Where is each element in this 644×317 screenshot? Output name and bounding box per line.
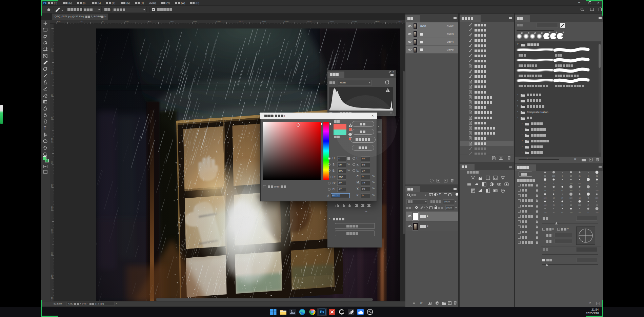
svg-text:200: 200 (80, 20, 83, 22)
svg-text:100: 100 (578, 204, 581, 206)
svg-text:13: 13 (579, 197, 581, 199)
svg-text:200: 200 (569, 182, 572, 184)
svg-text:35: 35 (553, 204, 555, 206)
svg-text:2200: 2200 (51, 274, 53, 279)
svg-text:200: 200 (596, 212, 599, 214)
svg-text:13: 13 (544, 190, 546, 192)
svg-text:1200: 1200 (239, 20, 243, 22)
svg-text:600: 600 (51, 94, 53, 97)
svg-text:35: 35 (570, 204, 572, 206)
svg-text:100: 100 (569, 212, 572, 214)
svg-text:60: 60 (544, 175, 546, 177)
svg-text:45: 45 (587, 204, 589, 206)
svg-text:0: 0 (51, 28, 53, 29)
svg-text:21: 21 (596, 182, 598, 184)
svg-text:1400: 1400 (261, 20, 266, 22)
svg-text:17: 17 (561, 197, 563, 199)
svg-text:21: 21 (553, 190, 555, 192)
svg-text:2000: 2000 (329, 20, 334, 22)
svg-text:9: 9 (588, 175, 589, 177)
svg-text:45: 45 (587, 197, 589, 199)
svg-text:200: 200 (125, 20, 129, 22)
svg-text:2200: 2200 (352, 20, 357, 22)
svg-text:300: 300 (596, 197, 599, 199)
svg-text:200: 200 (578, 182, 581, 184)
svg-text:100: 100 (544, 212, 547, 214)
svg-text:13: 13 (587, 182, 589, 184)
svg-text:1600: 1600 (51, 206, 53, 211)
svg-text:9: 9 (553, 182, 554, 184)
svg-text:1200: 1200 (51, 161, 53, 165)
svg-text:300: 300 (569, 190, 572, 192)
svg-text:200: 200 (552, 175, 555, 177)
svg-text:21: 21 (579, 175, 581, 177)
svg-text:1400: 1400 (51, 183, 53, 188)
svg-text:21: 21 (579, 190, 581, 192)
svg-text:17: 17 (587, 212, 589, 214)
svg-text:13: 13 (553, 197, 555, 199)
svg-text:400: 400 (51, 71, 53, 75)
svg-text:Ps: Ps (320, 310, 324, 314)
svg-text:600: 600 (170, 20, 174, 22)
svg-text:21: 21 (596, 175, 598, 177)
svg-text:1800: 1800 (307, 20, 311, 22)
svg-text:9: 9 (562, 175, 563, 177)
svg-text:1800: 1800 (51, 229, 53, 234)
svg-text:45: 45 (596, 204, 598, 206)
svg-text:1600: 1600 (284, 20, 289, 22)
svg-text:35: 35 (553, 212, 555, 214)
svg-text:2000: 2000 (51, 252, 53, 256)
svg-text:60: 60 (579, 212, 581, 214)
svg-text:800: 800 (193, 20, 197, 22)
svg-text:1000: 1000 (51, 138, 53, 143)
svg-text:200: 200 (596, 190, 599, 192)
svg-text:1000: 1000 (216, 20, 221, 22)
svg-text:100: 100 (569, 197, 572, 199)
svg-text:400: 400 (148, 20, 152, 22)
svg-text:9: 9 (545, 182, 546, 184)
svg-text:2400: 2400 (375, 20, 380, 22)
svg-text:0: 0 (102, 20, 104, 22)
svg-text:200: 200 (51, 48, 53, 52)
svg-text:100: 100 (544, 204, 547, 206)
svg-text:T: T (44, 126, 46, 130)
svg-text:21: 21 (587, 190, 589, 192)
svg-text:100: 100 (544, 197, 547, 199)
svg-text:2600: 2600 (398, 20, 402, 22)
svg-text:60: 60 (561, 212, 563, 214)
svg-text:13: 13 (570, 175, 572, 177)
svg-text:800: 800 (51, 116, 53, 120)
svg-text:400: 400 (57, 20, 61, 22)
svg-text:13: 13 (561, 204, 563, 206)
svg-text:60: 60 (561, 190, 563, 192)
svg-text:17: 17 (561, 182, 563, 184)
